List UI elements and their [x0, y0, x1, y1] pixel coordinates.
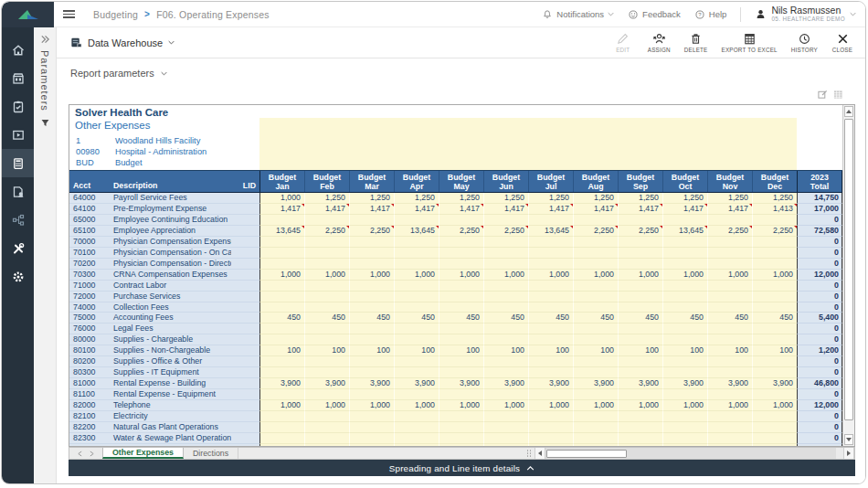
- cell-month-value[interactable]: [752, 334, 797, 345]
- cell-month-value[interactable]: 450: [528, 313, 573, 324]
- solver-logo[interactable]: [2, 2, 54, 27]
- cell-total[interactable]: 12,000: [797, 444, 842, 446]
- cell-month-value[interactable]: [573, 334, 618, 345]
- cell-month-value[interactable]: [439, 334, 483, 345]
- cell-total[interactable]: 0: [797, 334, 842, 345]
- cell-month-value[interactable]: [752, 302, 797, 313]
- cell-month-value[interactable]: 1,000: [483, 270, 528, 281]
- cell-month-value[interactable]: 1,417: [707, 204, 752, 215]
- cell-month-value[interactable]: [528, 334, 573, 345]
- cell-total[interactable]: 0: [797, 433, 842, 444]
- cell-month-value[interactable]: [439, 324, 483, 334]
- cell-month-value[interactable]: [528, 433, 573, 444]
- cell-month-value[interactable]: [528, 215, 573, 226]
- cell-month-value[interactable]: 100: [752, 345, 797, 356]
- cell-month-value[interactable]: [618, 302, 662, 313]
- horizontal-scroll-thumb[interactable]: [546, 450, 627, 458]
- cell-month-value[interactable]: 1,250: [349, 193, 394, 204]
- cell-month-value[interactable]: [528, 422, 573, 433]
- cell-month-value[interactable]: [752, 248, 797, 259]
- cell-month-value[interactable]: 100: [349, 345, 394, 356]
- cell-month-value[interactable]: 13,645: [394, 226, 439, 237]
- cell-month-value[interactable]: 1,000: [573, 444, 618, 446]
- cell-month-value[interactable]: 3,900: [618, 378, 662, 389]
- cell-month-value[interactable]: 1,000: [394, 270, 439, 281]
- cell-month-value[interactable]: 2,250: [707, 226, 752, 237]
- cell-month-value[interactable]: [349, 215, 394, 226]
- cell-month-value[interactable]: 1,250: [439, 193, 483, 204]
- cell-month-value[interactable]: 450: [439, 313, 483, 324]
- cell-month-value[interactable]: 1,000: [662, 270, 707, 281]
- cell-month-value[interactable]: 3,900: [439, 378, 483, 389]
- user-menu[interactable]: Nils Rasmussen 05. HEALTHCARE DEMO: [755, 5, 856, 24]
- parameters-label[interactable]: Parameters: [39, 50, 50, 111]
- cell-total[interactable]: 0: [797, 356, 842, 367]
- cell-month-value[interactable]: [662, 281, 707, 292]
- tab-next-icon[interactable]: [90, 451, 94, 457]
- cell-month-value[interactable]: [662, 367, 707, 378]
- cell-month-value[interactable]: 1,000: [707, 270, 752, 281]
- cell-month-value[interactable]: [662, 334, 707, 345]
- cell-month-value[interactable]: [439, 281, 483, 292]
- cell-month-value[interactable]: [483, 324, 528, 334]
- cell-month-value[interactable]: [349, 292, 394, 302]
- cell-month-value[interactable]: [259, 422, 304, 433]
- cell-month-value[interactable]: [394, 422, 439, 433]
- cell-month-value[interactable]: 100: [483, 345, 528, 356]
- cell-month-value[interactable]: [618, 248, 662, 259]
- cell-month-value[interactable]: 2,250: [304, 226, 349, 237]
- tab-prev-icon[interactable]: [78, 451, 82, 457]
- scroll-down-button[interactable]: [844, 434, 853, 445]
- cell-month-value[interactable]: 450: [483, 313, 528, 324]
- cell-month-value[interactable]: [618, 324, 662, 334]
- cell-month-value[interactable]: [394, 433, 439, 444]
- cell-month-value[interactable]: [573, 292, 618, 302]
- scroll-right-button[interactable]: [843, 448, 854, 459]
- cell-month-value[interactable]: [304, 215, 349, 226]
- cell-month-value[interactable]: [259, 411, 304, 422]
- data-source-selector[interactable]: Data Warehouse: [70, 37, 175, 48]
- cell-month-value[interactable]: [349, 302, 394, 313]
- grid-view-icon[interactable]: [833, 90, 843, 100]
- delete-button[interactable]: DELETE: [684, 32, 708, 53]
- cell-month-value[interactable]: 1,000: [439, 444, 483, 446]
- cell-month-value[interactable]: 1,000: [483, 444, 528, 446]
- cell-month-value[interactable]: [707, 389, 752, 400]
- vertical-scrollbar[interactable]: [842, 105, 854, 446]
- cell-month-value[interactable]: [662, 237, 707, 248]
- cell-month-value[interactable]: 2,250: [439, 226, 483, 237]
- cell-month-value[interactable]: [528, 281, 573, 292]
- cell-month-value[interactable]: 1,000: [573, 400, 618, 411]
- cell-month-value[interactable]: [707, 367, 752, 378]
- scroll-up-button[interactable]: [844, 106, 853, 117]
- cell-month-value[interactable]: [483, 334, 528, 345]
- cell-total[interactable]: 0: [797, 237, 842, 248]
- cell-month-value[interactable]: 1,000: [349, 400, 394, 411]
- cell-month-value[interactable]: [618, 433, 662, 444]
- tab-other-expenses[interactable]: Other Expenses: [102, 448, 184, 459]
- cell-month-value[interactable]: [259, 302, 304, 313]
- cell-month-value[interactable]: [618, 422, 662, 433]
- cell-month-value[interactable]: 1,000: [528, 270, 573, 281]
- cell-total[interactable]: 0: [797, 422, 842, 433]
- cell-month-value[interactable]: 1,000: [618, 270, 662, 281]
- cell-month-value[interactable]: [752, 433, 797, 444]
- cell-month-value[interactable]: 1,417: [349, 204, 394, 215]
- cell-month-value[interactable]: 1,000: [259, 193, 304, 204]
- cell-month-value[interactable]: [707, 259, 752, 270]
- cell-month-value[interactable]: [349, 334, 394, 345]
- cell-month-value[interactable]: 3,900: [259, 378, 304, 389]
- cell-month-value[interactable]: [304, 292, 349, 302]
- cell-month-value[interactable]: [349, 422, 394, 433]
- cell-month-value[interactable]: [752, 237, 797, 248]
- cell-month-value[interactable]: [439, 292, 483, 302]
- cell-month-value[interactable]: [394, 259, 439, 270]
- cell-month-value[interactable]: [259, 215, 304, 226]
- cell-month-value[interactable]: 13,645: [528, 226, 573, 237]
- cell-month-value[interactable]: [662, 422, 707, 433]
- cell-month-value[interactable]: [573, 356, 618, 367]
- cell-month-value[interactable]: [573, 237, 618, 248]
- cell-month-value[interactable]: [483, 281, 528, 292]
- cell-month-value[interactable]: [304, 259, 349, 270]
- cell-month-value[interactable]: 1,417: [483, 204, 528, 215]
